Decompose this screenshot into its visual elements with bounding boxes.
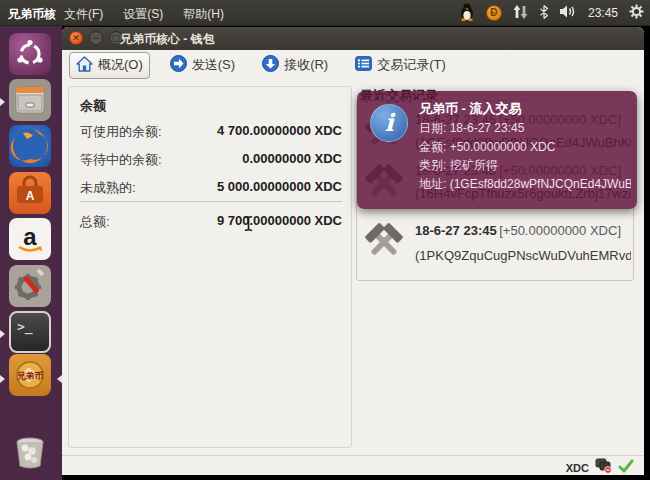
app-name: 兄弟币核: [8, 6, 56, 23]
balance-header: 余额: [80, 97, 106, 115]
tab-receive[interactable]: 接收(R): [255, 51, 335, 79]
notification-title: 兄弟币 - 流入交易: [419, 100, 522, 118]
tab-send[interactable]: 发送(S): [163, 51, 242, 79]
clock[interactable]: 23:45: [588, 6, 618, 20]
info-icon: i: [370, 104, 408, 142]
amazon-icon[interactable]: a: [9, 218, 51, 260]
tab-transactions[interactable]: 交易记录(T): [348, 52, 453, 78]
running-indicator: [0, 98, 5, 106]
immature-balance-value: 5 000.00000000 XDC: [188, 179, 342, 197]
trash-icon[interactable]: [9, 430, 51, 472]
ubuntu-dash-icon[interactable]: [9, 33, 51, 75]
brothercoin-app-icon[interactable]: ₿ 兄弟币: [9, 354, 51, 396]
status-bar: XDC: [62, 455, 644, 475]
notification-category: 类别: 挖矿所得: [419, 156, 631, 175]
network-status-icon: [595, 458, 612, 477]
titlebar[interactable]: ✕ − ▢ 兄弟币核心 - 钱包: [62, 27, 644, 50]
menu-file[interactable]: 文件(F): [64, 6, 103, 23]
svg-text:A: A: [26, 189, 35, 203]
send-arrow-icon: [170, 55, 187, 75]
tab-overview-label: 概况(O): [98, 56, 143, 74]
text-cursor: [243, 215, 254, 236]
sync-check-icon: [618, 459, 634, 477]
available-balance-label: 可使用的余额:: [80, 123, 188, 141]
bluetooth-icon[interactable]: [539, 5, 549, 22]
pending-balance-value: 0.00000000 XDC: [188, 151, 342, 169]
window-title: 兄弟币核心 - 钱包: [120, 31, 215, 48]
balance-panel: 余额 可使用的余额: 4 700.00000000 XDC 等待中的余额: 0.…: [68, 86, 352, 448]
total-balance-label: 总额:: [80, 213, 188, 231]
toolbar: 概况(O) 发送(S) 接收(R): [62, 50, 644, 80]
running-indicator: [0, 330, 5, 338]
firefox-icon[interactable]: [9, 125, 51, 167]
receive-arrow-icon: [262, 55, 279, 75]
coin-tray-icon[interactable]: Ð: [486, 5, 502, 21]
menu-settings[interactable]: 设置(S): [123, 6, 163, 23]
file-manager-icon[interactable]: [9, 79, 51, 121]
system-settings-icon[interactable]: [9, 265, 51, 307]
overview-house-icon: [76, 56, 93, 75]
volume-icon[interactable]: [560, 5, 577, 21]
notification-amount: 金额: +50.00000000 XDC: [419, 138, 631, 157]
minimize-button[interactable]: −: [89, 31, 103, 45]
tab-transactions-label: 交易记录(T): [377, 56, 446, 74]
close-button[interactable]: ✕: [69, 31, 83, 45]
mined-icon: [361, 219, 407, 269]
tux-penguin-icon[interactable]: [459, 3, 475, 24]
focused-indicator: [57, 375, 62, 383]
available-balance-value: 4 700.00000000 XDC: [188, 123, 342, 141]
notification-date: 日期: 18-6-27 23:45: [419, 119, 631, 138]
menu-help[interactable]: 帮助(H): [183, 6, 224, 23]
transaction-date: 18-6-27 23:45: [415, 223, 497, 238]
tab-overview[interactable]: 概况(O): [69, 52, 150, 79]
transaction-list-icon: [355, 56, 372, 74]
unity-launcher: A a >_ ₿ 兄弟币: [0, 26, 62, 480]
terminal-icon[interactable]: >_: [9, 311, 51, 353]
global-menubar: 兄弟币核 文件(F) 设置(S) 帮助(H) Ð: [0, 0, 650, 26]
incoming-transaction-notification: i 兄弟币 - 流入交易 日期: 18-6-27 23:45 金额: +50.0…: [357, 91, 637, 209]
transaction-amount: [+50.00000000 XDC]: [499, 223, 621, 238]
brothercoin-app-label: 兄弟币: [9, 370, 51, 383]
transaction-address: (1PKQ9ZquCugPNscWuDVuhEMRvdGk: [415, 248, 631, 263]
pending-balance-label: 等待中的余额:: [80, 151, 188, 169]
network-arrows-icon[interactable]: [513, 5, 528, 22]
session-gear-icon[interactable]: [629, 4, 644, 22]
wallet-window: ✕ − ▢ 兄弟币核心 - 钱包 概况(O) 发送(S): [62, 27, 644, 475]
transaction-row[interactable]: 18-6-27 23:45 [+50.00000000 XDC] (1PKQ9Z…: [357, 211, 633, 276]
focused-indicator: [0, 375, 5, 383]
unit-label[interactable]: XDC: [566, 462, 589, 474]
total-balance-value: 9 700.00000000 XDC: [188, 213, 342, 231]
notification-address: 地址: (1GEsf8dd28wPfNJCQnEd4JWuBhKt...: [419, 175, 631, 194]
divider: [80, 201, 342, 202]
tab-send-label: 发送(S): [192, 56, 235, 74]
immature-balance-label: 未成熟的:: [80, 179, 188, 197]
tab-receive-label: 接收(R): [284, 56, 328, 74]
ubuntu-software-icon[interactable]: A: [9, 172, 51, 214]
svg-text:a: a: [23, 223, 37, 250]
